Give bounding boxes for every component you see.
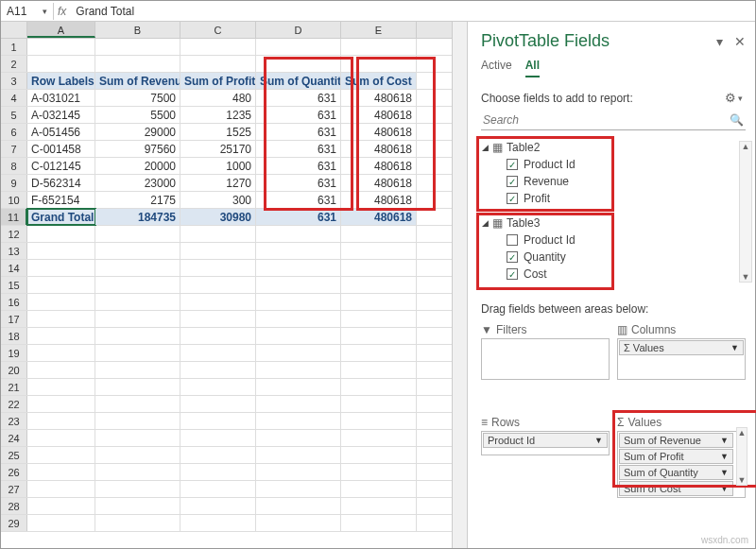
grand-total-cost[interactable]: 480618 [341, 209, 417, 225]
field-item[interactable]: Product Id [482, 232, 745, 249]
row-header[interactable]: 7 [1, 141, 27, 157]
row-label[interactable]: C-001458 [27, 141, 95, 157]
cell-cost[interactable]: 480618 [341, 90, 417, 106]
row-header[interactable]: 28 [1, 498, 27, 514]
search-input[interactable] [481, 111, 728, 129]
chevron-down-icon[interactable]: ▾ [43, 7, 47, 16]
chevron-down-icon[interactable]: ▼ [594, 436, 603, 445]
value-chip[interactable]: Sum of Profit▼ [619, 449, 733, 464]
field-list-scrollbar[interactable]: ▲ ▼ [739, 141, 752, 283]
grand-total-revenue[interactable]: 184735 [95, 209, 180, 225]
row-header[interactable]: 10 [1, 192, 27, 208]
name-box[interactable]: A11 ▾ [1, 3, 54, 20]
cell-cost[interactable]: 480618 [341, 158, 417, 174]
row-header[interactable]: 22 [1, 396, 27, 412]
value-chip[interactable]: Sum of Cost▼ [619, 481, 733, 496]
cell-revenue[interactable]: 20000 [95, 158, 180, 174]
field-item[interactable]: Revenue [482, 173, 745, 190]
sheet-scrollbar[interactable] [452, 22, 467, 548]
cell-cost[interactable]: 480618 [341, 124, 417, 140]
row-header[interactable]: 27 [1, 481, 27, 497]
formula-input[interactable]: Grand Total [70, 3, 755, 20]
fx-icon[interactable]: fx [58, 5, 66, 18]
value-chip[interactable]: Sum of Revenue▼ [619, 433, 733, 448]
values-scrollbar[interactable]: ▲ ▼ [736, 427, 747, 486]
chevron-down-icon[interactable]: ▼ [720, 452, 729, 461]
cell-revenue[interactable]: 23000 [95, 175, 180, 191]
row-header[interactable]: 6 [1, 124, 27, 140]
cell-cost[interactable]: 480618 [341, 192, 417, 208]
row-label[interactable]: D-562314 [27, 175, 95, 191]
row-header[interactable]: 8 [1, 158, 27, 174]
row-label[interactable]: C-012145 [27, 158, 95, 174]
row-header[interactable]: 12 [1, 226, 27, 242]
chevron-down-icon[interactable]: ▼ [730, 343, 739, 352]
sum-revenue-header[interactable]: Sum of Revenue [95, 73, 180, 89]
row-header[interactable]: 2 [1, 56, 27, 72]
row-header[interactable]: 21 [1, 379, 27, 395]
gear-icon[interactable]: ⚙▾ [722, 89, 746, 107]
chevron-down-icon[interactable]: ▼ [720, 436, 729, 445]
tab-all[interactable]: All [525, 59, 540, 77]
col-header-C[interactable]: C [180, 22, 256, 38]
row-header[interactable]: 16 [1, 294, 27, 310]
grand-total-profit[interactable]: 30980 [180, 209, 256, 225]
cell-revenue[interactable]: 7500 [95, 90, 180, 106]
field-item[interactable]: Cost [482, 266, 745, 283]
checkbox[interactable] [507, 176, 518, 187]
row-header[interactable]: 5 [1, 107, 27, 123]
value-chip[interactable]: Sum of Quantity▼ [619, 465, 733, 480]
filters-area[interactable]: ▼Filters [481, 321, 610, 380]
sum-quantity-header[interactable]: Sum of Quantity [256, 73, 341, 89]
field-item[interactable]: Quantity [482, 249, 745, 266]
tab-active[interactable]: Active [481, 59, 512, 77]
row-header[interactable]: 25 [1, 447, 27, 463]
col-header-D[interactable]: D [256, 22, 341, 38]
columns-area[interactable]: ▥Columns Σ Values▼ [617, 321, 746, 380]
row-header[interactable]: 9 [1, 175, 27, 191]
cell-quantity[interactable]: 631 [256, 175, 341, 191]
pane-dropdown-icon[interactable]: ▾ [716, 34, 723, 49]
row-label[interactable]: A-051456 [27, 124, 95, 140]
row-header[interactable]: 4 [1, 90, 27, 106]
cell-revenue[interactable]: 97560 [95, 141, 180, 157]
row-label[interactable]: A-032145 [27, 107, 95, 123]
cell-profit[interactable]: 300 [180, 192, 256, 208]
row-labels-header[interactable]: Row Labels ▾ [27, 73, 95, 89]
cell-cost[interactable]: 480618 [341, 141, 417, 157]
collapse-icon[interactable]: ◢ [482, 143, 489, 152]
sum-profit-header[interactable]: Sum of Profit [180, 73, 256, 89]
sum-cost-header[interactable]: Sum of Cost [341, 73, 417, 89]
chevron-down-icon[interactable]: ▼ [720, 484, 729, 493]
row-label[interactable]: A-031021 [27, 90, 95, 106]
checkbox[interactable] [507, 193, 518, 204]
row-header[interactable]: 26 [1, 464, 27, 480]
row-header[interactable]: 24 [1, 430, 27, 446]
cell-cost[interactable]: 480618 [341, 175, 417, 191]
checkbox[interactable] [507, 268, 518, 280]
row-header[interactable]: 3 [1, 73, 27, 89]
row-header[interactable]: 1 [1, 39, 27, 55]
cell-revenue[interactable]: 5500 [95, 107, 180, 123]
scroll-down-icon[interactable]: ▼ [742, 272, 750, 282]
cell-quantity[interactable]: 631 [256, 141, 341, 157]
col-header-A[interactable]: A [27, 22, 95, 38]
close-icon[interactable]: ✕ [734, 34, 746, 49]
field-item[interactable]: Product Id [482, 156, 745, 173]
checkbox[interactable] [507, 234, 518, 246]
cell-profit[interactable]: 1000 [180, 158, 256, 174]
select-all-triangle[interactable] [1, 22, 27, 38]
col-header-B[interactable]: B [95, 22, 180, 38]
scroll-down-icon[interactable]: ▼ [738, 475, 747, 485]
row-header[interactable]: 20 [1, 362, 27, 378]
search-box[interactable]: 🔍 [481, 111, 746, 130]
cell-profit[interactable]: 1235 [180, 107, 256, 123]
rows-chip[interactable]: Product Id▼ [483, 433, 608, 448]
cell-quantity[interactable]: 631 [256, 158, 341, 174]
row-header[interactable]: 29 [1, 515, 27, 531]
row-header[interactable]: 11 [1, 209, 27, 225]
cell-quantity[interactable]: 631 [256, 90, 341, 106]
cell-profit[interactable]: 25170 [180, 141, 256, 157]
cell-profit[interactable]: 480 [180, 90, 256, 106]
cell-revenue[interactable]: 2175 [95, 192, 180, 208]
